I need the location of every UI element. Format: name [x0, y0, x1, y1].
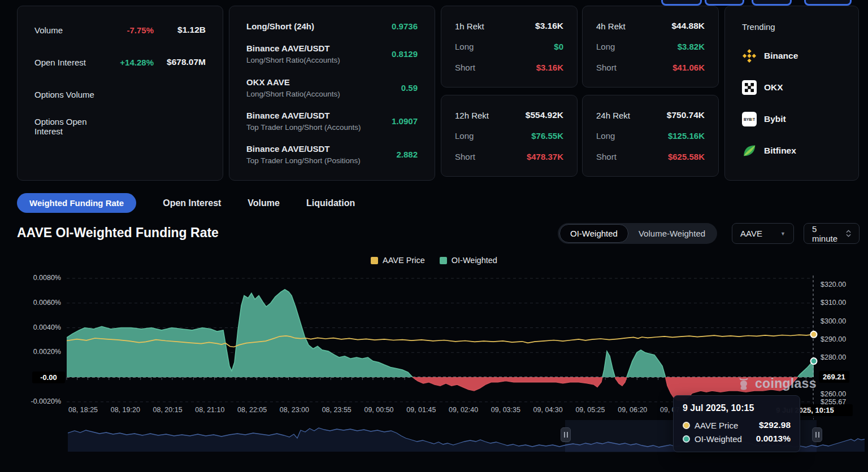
rekt-card: 4h Rekt$44.88KLong$3.82KShort$41.06K	[582, 6, 719, 88]
chart-tooltip: 9 Jul 2025, 10:15 AAVE Price$292.98OI-We…	[673, 395, 800, 452]
trending-item-bybit[interactable]: BYBITBybit	[742, 112, 841, 126]
rekt-total: $750.74K	[667, 110, 705, 120]
x-axis-label: 08, 21:10	[195, 406, 224, 414]
tooltip-title: 9 Jul 2025, 10:15	[683, 403, 791, 413]
ratio-label: Long/Short (24h)	[246, 21, 314, 31]
tooltip-row: OI-Weighted0.0013%	[683, 434, 791, 444]
toggle-oi-weighted[interactable]: OI-Weighted	[559, 224, 628, 243]
ratio-labels: OKX AAVELong/Short Ratio(Accounts)	[246, 77, 340, 98]
chevron-down-icon: ▼	[780, 231, 785, 237]
x-axis-label: 09, 01:45	[406, 406, 436, 414]
rekt-short-row: Short$3.16K	[455, 61, 563, 73]
rekt-title: 24h Rekt	[596, 111, 630, 120]
rekt-short-label: Short	[455, 152, 475, 161]
ratio-sublabel: Long/Short Ratio(Accounts)	[246, 56, 340, 64]
legend-item[interactable]: AAVE Price	[371, 256, 425, 265]
ratio-row: Binance AAVE/USDTTop Trader Long/Short (…	[246, 144, 418, 165]
trending-item-name: Bitfinex	[764, 146, 796, 156]
tab-open-interest[interactable]: Open Interest	[163, 198, 221, 208]
funding-current-dot	[811, 358, 817, 364]
left-axis-label: 0.0020%	[20, 348, 61, 356]
bitfinex-icon	[742, 143, 757, 158]
legend: AAVE PriceOI-Weighted	[0, 256, 868, 265]
rekt-long-label: Long	[455, 131, 474, 141]
up-down-chevrons-icon	[846, 230, 851, 237]
ratio-label: OKX AAVE	[246, 77, 340, 87]
ratio-row: OKX AAVELong/Short Ratio(Accounts)0.59	[246, 77, 418, 98]
interval-select[interactable]: 5 minute	[804, 223, 860, 244]
symbol-select[interactable]: AAVE ▼	[732, 223, 794, 244]
stat-label: Open Interest	[34, 58, 100, 67]
ratio-value: 2.882	[396, 150, 418, 159]
stat-change: -7.75%	[100, 25, 154, 35]
x-axis-label: 08, 18:25	[68, 406, 98, 414]
rekt-long-value: $76.55K	[531, 131, 563, 141]
rekt-short-value: $478.37K	[527, 152, 563, 161]
rekt-long-value: $3.82K	[678, 42, 705, 51]
navigator-handle-left[interactable]	[561, 427, 571, 442]
coinglass-logo-icon	[736, 377, 751, 391]
trending-item-bitfinex[interactable]: Bitfinex	[742, 143, 841, 158]
x-axis-label: 09, 06:20	[618, 406, 647, 414]
watermark-text: coinglass	[755, 376, 817, 391]
ratio-card: Long/Short (24h)0.9736Binance AAVE/USDTL…	[229, 6, 435, 181]
trending-list: BinanceOKXBYBITBybitBitfinex	[742, 49, 841, 158]
stat-label: Volume	[34, 25, 100, 35]
ratio-labels: Binance AAVE/USDTTop Trader Long/Short (…	[246, 144, 361, 165]
series-dot	[683, 435, 690, 443]
rekt-title-row: 4h Rekt$44.88K	[596, 20, 705, 32]
ratio-value: 1.0907	[392, 116, 418, 126]
stat-row: Options Volume	[34, 88, 206, 101]
tab-weighted-funding-rate[interactable]: Weighted Funding Rate	[17, 193, 136, 213]
page-title: AAVE OI-Weighted Funding Rate	[17, 225, 219, 241]
top-button-fragment[interactable]	[804, 0, 852, 6]
tab-volume[interactable]: Volume	[248, 198, 280, 208]
legend-item[interactable]: OI-Weighted	[440, 256, 497, 265]
legend-label: AAVE Price	[383, 256, 425, 265]
x-axis-label: 08, 20:15	[153, 406, 183, 414]
rekt-title: 1h Rekt	[455, 21, 484, 31]
right-axis-label: $320.00	[821, 281, 846, 289]
rekt-title-row: 12h Rekt$554.92K	[455, 109, 563, 121]
rekt-total: $554.92K	[526, 110, 563, 120]
rekt-total: $3.16K	[535, 21, 563, 31]
ratio-labels: Long/Short (24h)	[246, 21, 314, 31]
ratio-labels: Binance AAVE/USDTTop Trader Long/Short (…	[246, 111, 361, 132]
trending-item-okx[interactable]: OKX	[742, 80, 841, 95]
rekt-card: 24h Rekt$750.74KLong$125.16KShort$625.58…	[582, 95, 719, 177]
trending-title: Trending	[742, 22, 841, 32]
rekt-long-label: Long	[596, 131, 615, 141]
left-axis-label: 0.0040%	[20, 324, 61, 331]
top-button-fragment[interactable]	[752, 0, 792, 6]
rekt-long-row: Long$125.16K	[596, 130, 705, 142]
stat-label: Options Volume	[34, 90, 100, 99]
rekt-card: 12h Rekt$554.92KLong$76.55KShort$478.37K	[441, 95, 578, 177]
tab-liquidation[interactable]: Liquidation	[306, 198, 355, 208]
legend-label: OI-Weighted	[452, 256, 497, 265]
x-axis-label: 08, 23:00	[280, 406, 309, 414]
x-axis-label: 09, 03:35	[491, 406, 520, 414]
stat-label: Options Open Interest	[34, 117, 100, 136]
legend-swatch	[440, 257, 447, 264]
navigator-handle-right[interactable]	[812, 427, 822, 442]
left-axis-label: -0.0020%	[20, 397, 61, 405]
tooltip-row: AAVE Price$292.98	[683, 420, 791, 430]
x-axis-label: 09, 04:30	[533, 406, 563, 414]
tabs: Weighted Funding RateOpen InterestVolume…	[17, 193, 355, 213]
market-card: Volume-7.75%$1.12BOpen Interest+14.28%$6…	[17, 6, 223, 181]
interval-select-value: 5 minute	[812, 224, 843, 243]
right-axis-label: $310.00	[821, 299, 846, 307]
ratio-sublabel: Top Trader Long/Short (Positions)	[246, 156, 361, 165]
x-axis-label: 09, 02:40	[449, 406, 478, 414]
top-button-fragment[interactable]	[661, 0, 702, 6]
okx-icon	[742, 80, 757, 95]
toggle-volume-weighted[interactable]: Volume-Weighted	[628, 225, 715, 242]
trending-card: Trending BinanceOKXBYBITBybitBitfinex	[724, 6, 859, 181]
coinglass-dashboard: { "colors":{"accent_blue":"#3465d2","gre…	[0, 0, 868, 472]
trending-item-binance[interactable]: Binance	[742, 49, 841, 63]
trending-item-name: Bybit	[764, 114, 786, 124]
price-current-dot	[811, 331, 817, 338]
rekt-column-b: 4h Rekt$44.88KLong$3.82KShort$41.06K24h …	[582, 6, 719, 177]
top-button-fragment[interactable]	[705, 0, 744, 6]
funding-rate-chart[interactable]	[67, 276, 814, 403]
